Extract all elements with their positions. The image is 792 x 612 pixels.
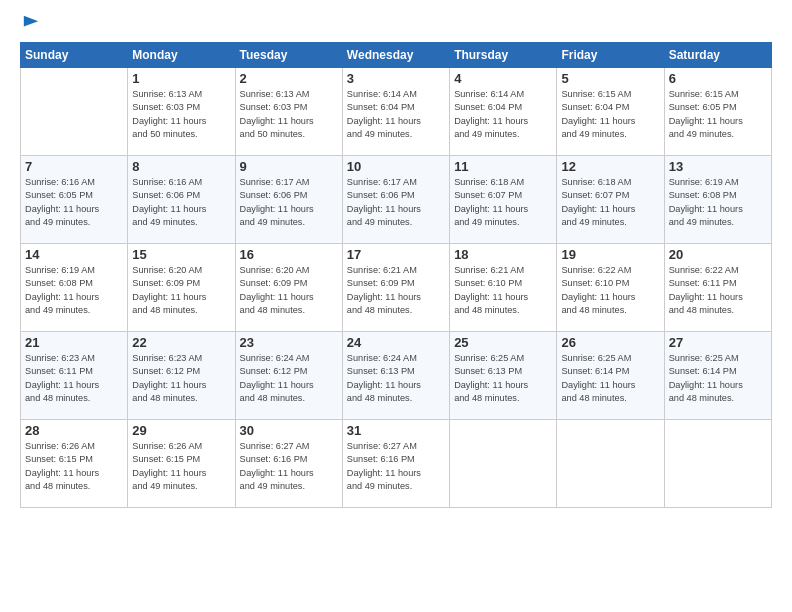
- day-number: 18: [454, 247, 552, 262]
- calendar-day-cell: 27Sunrise: 6:25 AM Sunset: 6:14 PM Dayli…: [664, 332, 771, 420]
- calendar-day-cell: 29Sunrise: 6:26 AM Sunset: 6:15 PM Dayli…: [128, 420, 235, 508]
- day-number: 29: [132, 423, 230, 438]
- calendar-header-friday: Friday: [557, 43, 664, 68]
- day-info: Sunrise: 6:23 AM Sunset: 6:12 PM Dayligh…: [132, 352, 230, 405]
- day-info: Sunrise: 6:20 AM Sunset: 6:09 PM Dayligh…: [132, 264, 230, 317]
- day-number: 9: [240, 159, 338, 174]
- calendar-day-cell: 6Sunrise: 6:15 AM Sunset: 6:05 PM Daylig…: [664, 68, 771, 156]
- calendar-day-cell: 5Sunrise: 6:15 AM Sunset: 6:04 PM Daylig…: [557, 68, 664, 156]
- calendar-day-cell: 12Sunrise: 6:18 AM Sunset: 6:07 PM Dayli…: [557, 156, 664, 244]
- day-number: 6: [669, 71, 767, 86]
- day-number: 13: [669, 159, 767, 174]
- day-number: 31: [347, 423, 445, 438]
- page: SundayMondayTuesdayWednesdayThursdayFrid…: [0, 0, 792, 612]
- calendar-day-cell: 23Sunrise: 6:24 AM Sunset: 6:12 PM Dayli…: [235, 332, 342, 420]
- day-info: Sunrise: 6:17 AM Sunset: 6:06 PM Dayligh…: [347, 176, 445, 229]
- calendar-day-cell: 21Sunrise: 6:23 AM Sunset: 6:11 PM Dayli…: [21, 332, 128, 420]
- day-info: Sunrise: 6:25 AM Sunset: 6:14 PM Dayligh…: [669, 352, 767, 405]
- logo-flag-icon: [22, 14, 40, 32]
- day-info: Sunrise: 6:26 AM Sunset: 6:15 PM Dayligh…: [132, 440, 230, 493]
- day-info: Sunrise: 6:26 AM Sunset: 6:15 PM Dayligh…: [25, 440, 123, 493]
- calendar-table: SundayMondayTuesdayWednesdayThursdayFrid…: [20, 42, 772, 508]
- day-info: Sunrise: 6:23 AM Sunset: 6:11 PM Dayligh…: [25, 352, 123, 405]
- day-info: Sunrise: 6:18 AM Sunset: 6:07 PM Dayligh…: [454, 176, 552, 229]
- calendar-day-cell: 7Sunrise: 6:16 AM Sunset: 6:05 PM Daylig…: [21, 156, 128, 244]
- day-info: Sunrise: 6:27 AM Sunset: 6:16 PM Dayligh…: [240, 440, 338, 493]
- calendar-day-cell: 3Sunrise: 6:14 AM Sunset: 6:04 PM Daylig…: [342, 68, 449, 156]
- calendar-day-cell: 14Sunrise: 6:19 AM Sunset: 6:08 PM Dayli…: [21, 244, 128, 332]
- calendar-day-cell: 22Sunrise: 6:23 AM Sunset: 6:12 PM Dayli…: [128, 332, 235, 420]
- day-number: 30: [240, 423, 338, 438]
- day-info: Sunrise: 6:19 AM Sunset: 6:08 PM Dayligh…: [669, 176, 767, 229]
- day-number: 25: [454, 335, 552, 350]
- calendar-week-row: 7Sunrise: 6:16 AM Sunset: 6:05 PM Daylig…: [21, 156, 772, 244]
- day-number: 11: [454, 159, 552, 174]
- day-number: 21: [25, 335, 123, 350]
- calendar-day-cell: 24Sunrise: 6:24 AM Sunset: 6:13 PM Dayli…: [342, 332, 449, 420]
- calendar-header-wednesday: Wednesday: [342, 43, 449, 68]
- calendar-day-cell: [664, 420, 771, 508]
- day-info: Sunrise: 6:21 AM Sunset: 6:10 PM Dayligh…: [454, 264, 552, 317]
- calendar-day-cell: 4Sunrise: 6:14 AM Sunset: 6:04 PM Daylig…: [450, 68, 557, 156]
- day-info: Sunrise: 6:15 AM Sunset: 6:05 PM Dayligh…: [669, 88, 767, 141]
- day-info: Sunrise: 6:15 AM Sunset: 6:04 PM Dayligh…: [561, 88, 659, 141]
- calendar-day-cell: 31Sunrise: 6:27 AM Sunset: 6:16 PM Dayli…: [342, 420, 449, 508]
- calendar-day-cell: 28Sunrise: 6:26 AM Sunset: 6:15 PM Dayli…: [21, 420, 128, 508]
- calendar-header-row: SundayMondayTuesdayWednesdayThursdayFrid…: [21, 43, 772, 68]
- calendar-day-cell: 19Sunrise: 6:22 AM Sunset: 6:10 PM Dayli…: [557, 244, 664, 332]
- day-info: Sunrise: 6:22 AM Sunset: 6:11 PM Dayligh…: [669, 264, 767, 317]
- day-info: Sunrise: 6:21 AM Sunset: 6:09 PM Dayligh…: [347, 264, 445, 317]
- day-number: 7: [25, 159, 123, 174]
- svg-marker-0: [24, 16, 38, 27]
- day-info: Sunrise: 6:16 AM Sunset: 6:06 PM Dayligh…: [132, 176, 230, 229]
- day-info: Sunrise: 6:17 AM Sunset: 6:06 PM Dayligh…: [240, 176, 338, 229]
- day-number: 8: [132, 159, 230, 174]
- calendar-day-cell: [557, 420, 664, 508]
- calendar-day-cell: 16Sunrise: 6:20 AM Sunset: 6:09 PM Dayli…: [235, 244, 342, 332]
- day-number: 17: [347, 247, 445, 262]
- calendar-day-cell: 8Sunrise: 6:16 AM Sunset: 6:06 PM Daylig…: [128, 156, 235, 244]
- calendar-day-cell: [21, 68, 128, 156]
- calendar-header-saturday: Saturday: [664, 43, 771, 68]
- calendar-header-thursday: Thursday: [450, 43, 557, 68]
- day-number: 10: [347, 159, 445, 174]
- calendar-day-cell: 2Sunrise: 6:13 AM Sunset: 6:03 PM Daylig…: [235, 68, 342, 156]
- header: [20, 18, 772, 32]
- day-info: Sunrise: 6:13 AM Sunset: 6:03 PM Dayligh…: [132, 88, 230, 141]
- day-number: 26: [561, 335, 659, 350]
- day-number: 22: [132, 335, 230, 350]
- calendar-day-cell: 1Sunrise: 6:13 AM Sunset: 6:03 PM Daylig…: [128, 68, 235, 156]
- day-number: 1: [132, 71, 230, 86]
- calendar-week-row: 14Sunrise: 6:19 AM Sunset: 6:08 PM Dayli…: [21, 244, 772, 332]
- calendar-day-cell: 17Sunrise: 6:21 AM Sunset: 6:09 PM Dayli…: [342, 244, 449, 332]
- day-info: Sunrise: 6:19 AM Sunset: 6:08 PM Dayligh…: [25, 264, 123, 317]
- day-number: 15: [132, 247, 230, 262]
- day-info: Sunrise: 6:25 AM Sunset: 6:13 PM Dayligh…: [454, 352, 552, 405]
- calendar-day-cell: 18Sunrise: 6:21 AM Sunset: 6:10 PM Dayli…: [450, 244, 557, 332]
- day-number: 19: [561, 247, 659, 262]
- day-number: 3: [347, 71, 445, 86]
- logo: [20, 18, 40, 32]
- calendar-header-tuesday: Tuesday: [235, 43, 342, 68]
- calendar-day-cell: 26Sunrise: 6:25 AM Sunset: 6:14 PM Dayli…: [557, 332, 664, 420]
- calendar-week-row: 1Sunrise: 6:13 AM Sunset: 6:03 PM Daylig…: [21, 68, 772, 156]
- day-number: 4: [454, 71, 552, 86]
- day-number: 16: [240, 247, 338, 262]
- calendar-day-cell: 20Sunrise: 6:22 AM Sunset: 6:11 PM Dayli…: [664, 244, 771, 332]
- day-info: Sunrise: 6:18 AM Sunset: 6:07 PM Dayligh…: [561, 176, 659, 229]
- day-number: 14: [25, 247, 123, 262]
- day-number: 24: [347, 335, 445, 350]
- day-info: Sunrise: 6:27 AM Sunset: 6:16 PM Dayligh…: [347, 440, 445, 493]
- day-info: Sunrise: 6:22 AM Sunset: 6:10 PM Dayligh…: [561, 264, 659, 317]
- day-info: Sunrise: 6:16 AM Sunset: 6:05 PM Dayligh…: [25, 176, 123, 229]
- day-info: Sunrise: 6:13 AM Sunset: 6:03 PM Dayligh…: [240, 88, 338, 141]
- day-info: Sunrise: 6:14 AM Sunset: 6:04 PM Dayligh…: [347, 88, 445, 141]
- day-number: 27: [669, 335, 767, 350]
- calendar-week-row: 28Sunrise: 6:26 AM Sunset: 6:15 PM Dayli…: [21, 420, 772, 508]
- calendar-day-cell: 10Sunrise: 6:17 AM Sunset: 6:06 PM Dayli…: [342, 156, 449, 244]
- day-info: Sunrise: 6:24 AM Sunset: 6:12 PM Dayligh…: [240, 352, 338, 405]
- calendar-day-cell: 11Sunrise: 6:18 AM Sunset: 6:07 PM Dayli…: [450, 156, 557, 244]
- day-info: Sunrise: 6:20 AM Sunset: 6:09 PM Dayligh…: [240, 264, 338, 317]
- calendar-header-sunday: Sunday: [21, 43, 128, 68]
- day-info: Sunrise: 6:14 AM Sunset: 6:04 PM Dayligh…: [454, 88, 552, 141]
